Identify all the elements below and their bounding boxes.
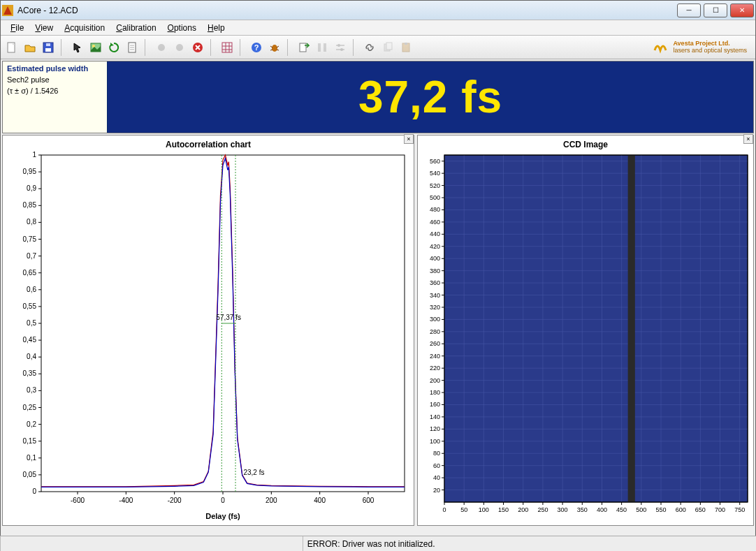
svg-rect-4 xyxy=(46,43,50,46)
svg-text:140: 140 xyxy=(430,413,440,420)
svg-text:700: 700 xyxy=(715,506,725,513)
save-icon[interactable] xyxy=(40,39,57,56)
svg-text:0,7: 0,7 xyxy=(27,252,36,260)
svg-text:400: 400 xyxy=(597,506,607,513)
svg-text:0,65: 0,65 xyxy=(23,269,37,277)
svg-text:180: 180 xyxy=(430,389,440,396)
svg-text:200: 200 xyxy=(518,506,528,513)
doc-icon[interactable] xyxy=(124,39,140,56)
columns-icon[interactable] xyxy=(314,39,330,56)
menu-help[interactable]: Help xyxy=(202,22,231,34)
menu-view[interactable]: View xyxy=(29,22,59,34)
svg-text:500: 500 xyxy=(430,194,440,201)
svg-rect-28 xyxy=(324,43,326,52)
svg-text:150: 150 xyxy=(498,506,509,513)
svg-text:520: 520 xyxy=(430,182,440,189)
app-icon xyxy=(2,5,13,16)
autocorrelation-panel: × Autocorrelation chart 00,050,10,150,20… xyxy=(2,135,414,526)
menu-file[interactable]: File xyxy=(5,22,29,34)
export-icon[interactable] xyxy=(296,39,312,56)
svg-text:0,1: 0,1 xyxy=(27,454,36,462)
svg-text:-200: -200 xyxy=(168,497,182,504)
autocorr-title: Autocorrelation chart xyxy=(3,140,414,149)
svg-rect-36 xyxy=(405,43,407,45)
svg-text:540: 540 xyxy=(430,170,440,177)
cursor-icon[interactable] xyxy=(69,39,86,56)
svg-rect-100 xyxy=(444,155,748,502)
svg-rect-14 xyxy=(222,43,232,52)
estimate-model: Sech2 pulse xyxy=(7,75,103,84)
menu-calibration[interactable]: Calibration xyxy=(110,22,161,34)
open-icon[interactable] xyxy=(22,39,38,56)
svg-rect-3 xyxy=(45,48,51,52)
new-icon[interactable] xyxy=(3,39,20,56)
svg-rect-26 xyxy=(300,43,306,52)
stop-icon[interactable] xyxy=(189,39,206,56)
svg-text:240: 240 xyxy=(430,353,440,360)
panel-close-icon[interactable]: × xyxy=(743,134,753,144)
title-bar: ACore - 12.ACD ─ ☐ ✕ xyxy=(1,1,755,20)
svg-text:40: 40 xyxy=(433,474,440,481)
menu-bar: File View Acquisition Calibration Option… xyxy=(1,20,755,36)
svg-text:0: 0 xyxy=(221,497,225,504)
svg-text:0,25: 0,25 xyxy=(23,404,37,411)
record2-icon[interactable] xyxy=(171,39,188,56)
svg-text:120: 120 xyxy=(430,425,440,432)
svg-text:300: 300 xyxy=(430,316,440,323)
svg-text:20: 20 xyxy=(433,487,440,494)
slider-icon[interactable] xyxy=(332,39,349,56)
autocorrelation-chart[interactable]: 00,050,10,150,20,250,30,350,40,450,50,55… xyxy=(3,135,415,523)
minimize-button[interactable]: ─ xyxy=(677,3,701,17)
brand: Avesta Project Ltd. lasers and optical s… xyxy=(652,39,753,56)
status-error: ERROR: Driver was not initialized. xyxy=(303,536,756,551)
ccd-panel: × CCD Image 0501001502002503003504004505… xyxy=(417,135,754,526)
svg-text:360: 360 xyxy=(430,279,440,286)
ccd-image-chart[interactable]: 0501001502002503003504004505005506006507… xyxy=(418,135,753,523)
svg-text:0: 0 xyxy=(32,487,36,495)
image-icon[interactable] xyxy=(87,39,104,56)
estimate-header: Estimated pulse width xyxy=(7,64,103,73)
maximize-button[interactable]: ☐ xyxy=(704,3,727,17)
bug-icon[interactable] xyxy=(266,39,283,56)
svg-text:?: ? xyxy=(254,43,259,52)
close-button[interactable]: ✕ xyxy=(730,3,754,17)
window-buttons: ─ ☐ ✕ xyxy=(674,3,754,17)
svg-text:340: 340 xyxy=(430,292,440,299)
record-icon[interactable] xyxy=(153,39,170,56)
svg-text:0,6: 0,6 xyxy=(27,286,36,293)
svg-text:380: 380 xyxy=(430,267,440,274)
svg-text:0,75: 0,75 xyxy=(23,235,37,243)
svg-text:0,9: 0,9 xyxy=(27,184,36,192)
svg-text:200: 200 xyxy=(266,497,277,504)
svg-text:0,15: 0,15 xyxy=(23,437,37,445)
svg-text:560: 560 xyxy=(430,158,440,165)
svg-text:57,37 fs: 57,37 fs xyxy=(216,314,241,321)
svg-text:-600: -600 xyxy=(71,497,85,504)
svg-text:0,2: 0,2 xyxy=(27,420,36,428)
brand-line2: lasers and optical systems xyxy=(673,47,747,54)
svg-text:60: 60 xyxy=(433,462,440,469)
svg-text:400: 400 xyxy=(430,255,440,262)
svg-text:0,45: 0,45 xyxy=(23,336,37,344)
svg-text:0: 0 xyxy=(442,506,446,513)
svg-text:650: 650 xyxy=(695,506,706,513)
svg-text:0,3: 0,3 xyxy=(27,386,36,394)
help-icon[interactable]: ? xyxy=(248,39,265,56)
paste-icon[interactable] xyxy=(398,39,414,56)
grid-icon[interactable] xyxy=(219,39,235,56)
svg-text:1: 1 xyxy=(32,151,36,159)
svg-text:50: 50 xyxy=(460,506,467,513)
refresh-icon[interactable] xyxy=(106,39,122,56)
svg-text:160: 160 xyxy=(430,401,440,408)
link-icon[interactable] xyxy=(361,39,378,56)
svg-text:250: 250 xyxy=(537,506,548,513)
copy-icon[interactable] xyxy=(379,39,396,56)
menu-acquisition[interactable]: Acquisition xyxy=(59,22,110,34)
brand-logo-icon xyxy=(652,39,669,56)
svg-text:80: 80 xyxy=(433,450,440,457)
panel-close-icon[interactable]: × xyxy=(404,134,414,144)
svg-text:300: 300 xyxy=(558,506,568,513)
svg-text:0,85: 0,85 xyxy=(23,201,37,209)
menu-options[interactable]: Options xyxy=(162,22,202,34)
toolbar: ? Avesta Project Ltd. lasers and optical… xyxy=(1,36,755,59)
